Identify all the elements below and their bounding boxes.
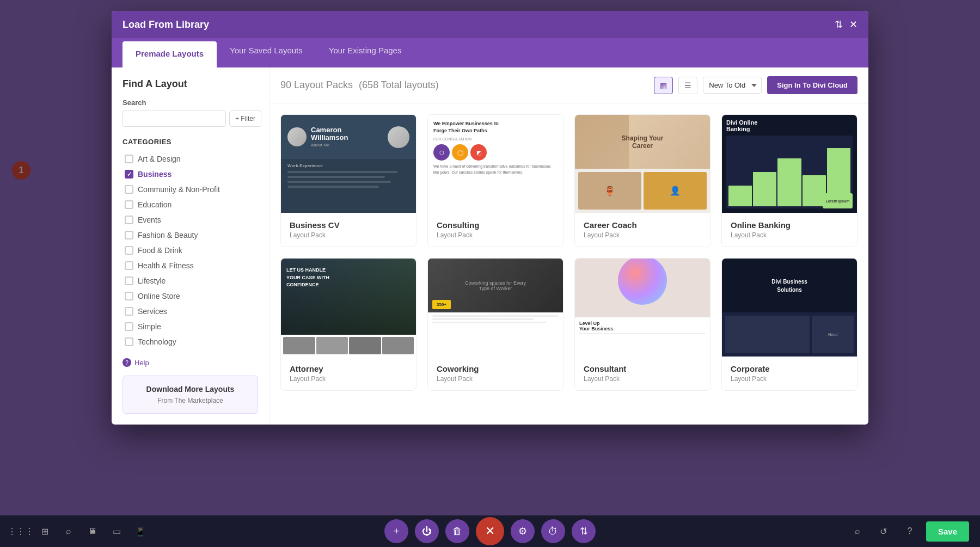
card-info-career-coach: Career Coach Layout Pack	[575, 213, 710, 247]
layout-card-corporate[interactable]: Divi BusinessSolutions About Corporate L…	[721, 258, 857, 391]
toolbar-grid-button[interactable]: ⊞	[35, 521, 54, 541]
card-type-online-banking: Layout Pack	[731, 231, 848, 239]
modal-close-button[interactable]: ✕	[849, 19, 857, 30]
card-name-online-banking: Online Banking	[731, 220, 848, 230]
save-button[interactable]: Save	[926, 521, 969, 542]
layout-card-career-coach[interactable]: Shaping YourCareer 🏺 👤 Career Coach Layo…	[574, 114, 710, 247]
card-info-consulting: Consulting Layout Pack	[428, 213, 563, 247]
category-item-business[interactable]: ✓Business	[122, 167, 258, 182]
toolbar-trash-button[interactable]: 🗑	[445, 519, 469, 543]
tab-saved-layouts[interactable]: Your Saved Layouts	[217, 38, 316, 67]
toolbar-add-button[interactable]: +	[384, 519, 408, 543]
category-checkbox-events	[125, 216, 133, 224]
card-image-career-coach: Shaping YourCareer 🏺 👤	[575, 115, 710, 213]
categories-title: Categories	[122, 138, 258, 146]
category-item-food[interactable]: Food & Drink	[122, 243, 258, 258]
category-checkbox-fashion	[125, 231, 133, 239]
help-icon: ?	[122, 358, 131, 367]
layout-card-attorney[interactable]: LET US HANDLEYOUR CASE WITHCONFIDENCE At…	[280, 258, 416, 391]
toolbar-settings-button[interactable]: ⚙	[511, 519, 535, 543]
bottom-toolbar-right: ⌕ ↺ ? Save	[848, 521, 969, 542]
main-content: 90 Layout Packs (658 Total layouts) ▦ ☰ …	[270, 67, 868, 425]
toolbar-refresh-button[interactable]: ↺	[874, 521, 893, 541]
category-checkbox-lifestyle	[125, 276, 133, 285]
category-checkbox-services	[125, 307, 133, 316]
toolbar-mobile-button[interactable]: 📱	[131, 521, 150, 541]
category-item-online-store[interactable]: Online Store	[122, 288, 258, 304]
layout-card-consultant[interactable]: Level UpYour Business Consultant Layout …	[574, 258, 710, 391]
modal-overlay: Load From Library ⇅ ✕ Premade Layouts Yo…	[0, 0, 980, 515]
toolbar-close-button[interactable]: ✕	[476, 517, 504, 545]
view-list-button[interactable]: ☰	[678, 77, 697, 94]
tab-premade-layouts[interactable]: Premade Layouts	[122, 41, 217, 67]
categories-list: Art & Design✓BusinessCommunity & Non-Pro…	[122, 151, 258, 349]
category-item-technology[interactable]: Technology	[122, 334, 258, 349]
card-type-consultant: Layout Pack	[584, 375, 701, 383]
help-link[interactable]: ? Help	[122, 358, 258, 367]
card-name-coworking: Coworking	[437, 364, 554, 373]
category-checkbox-technology	[125, 337, 133, 346]
category-item-education[interactable]: Education	[122, 197, 258, 212]
sign-in-divi-cloud-button[interactable]: Sign In To Divi Cloud	[767, 76, 857, 94]
modal-sort-icon[interactable]: ⇅	[835, 19, 843, 30]
download-sub: From The Marketplace	[132, 397, 249, 404]
layout-card-biz-cv[interactable]: CameronWilliamson About Me Work Experien…	[280, 114, 416, 247]
category-item-community[interactable]: Community & Non-Profit	[122, 182, 258, 197]
card-image-biz-cv: CameronWilliamson About Me Work Experien…	[281, 115, 416, 213]
category-item-services[interactable]: Services	[122, 304, 258, 319]
bottom-toolbar-left: ⋮⋮⋮ ⊞ ⌕ 🖥 ▭ 📱	[11, 521, 150, 541]
toolbar-right: ▦ ☰ New To Old Old To New A-Z Z-A Sign I…	[654, 76, 857, 94]
toolbar-power-button[interactable]: ⏻	[415, 519, 439, 543]
card-name-corporate: Corporate	[731, 364, 848, 373]
toolbar-help-button[interactable]: ?	[900, 521, 920, 541]
modal-header: Load From Library ⇅ ✕	[112, 11, 868, 38]
category-item-lifestyle[interactable]: Lifestyle	[122, 273, 258, 288]
main-toolbar: 90 Layout Packs (658 Total layouts) ▦ ☰ …	[270, 67, 868, 103]
view-grid-button[interactable]: ▦	[654, 77, 673, 94]
card-info-attorney: Attorney Layout Pack	[281, 357, 416, 390]
layout-card-coworking[interactable]: Coworking spaces for EveryType of Worker…	[427, 258, 564, 391]
card-name-biz-cv: Business CV	[290, 220, 407, 230]
card-type-biz-cv: Layout Pack	[290, 231, 407, 239]
toolbar-search-button[interactable]: ⌕	[59, 521, 78, 541]
card-info-biz-cv: Business CV Layout Pack	[281, 213, 416, 247]
toolbar-tablet-button[interactable]: ▭	[107, 521, 126, 541]
search-label: Search	[122, 99, 258, 107]
toolbar-history-button[interactable]: ⏱	[541, 519, 565, 543]
card-name-attorney: Attorney	[290, 364, 407, 373]
toolbar-zoom-button[interactable]: ⌕	[848, 521, 867, 541]
modal-title: Load From Library	[122, 19, 209, 30]
sidebar: Find A Layout Search + Filter Categories…	[112, 67, 270, 425]
card-info-online-banking: Online Banking Layout Pack	[722, 213, 857, 247]
category-item-health[interactable]: Health & Fitness	[122, 258, 258, 273]
card-type-attorney: Layout Pack	[290, 375, 407, 383]
modal-tabs: Premade Layouts Your Saved Layouts Your …	[112, 38, 868, 67]
card-image-coworking: Coworking spaces for EveryType of Worker…	[428, 259, 563, 357]
category-item-events[interactable]: Events	[122, 212, 258, 228]
card-name-career-coach: Career Coach	[584, 220, 701, 230]
download-title: Download More Layouts	[132, 385, 249, 394]
category-item-fashion[interactable]: Fashion & Beauty	[122, 228, 258, 243]
layout-grid-area: CameronWilliamson About Me Work Experien…	[270, 103, 868, 425]
search-input[interactable]	[122, 110, 226, 127]
layout-card-consulting[interactable]: We Empower Businesses toForge Their Own …	[427, 114, 564, 247]
tab-existing-pages[interactable]: Your Existing Pages	[316, 38, 415, 67]
sidebar-title: Find A Layout	[122, 78, 258, 90]
category-item-simple[interactable]: Simple	[122, 319, 258, 334]
layout-card-online-banking[interactable]: Divi OnlineBanking Lorem Ipsum Online Ba…	[721, 114, 857, 247]
category-item-art[interactable]: Art & Design	[122, 151, 258, 167]
card-name-consulting: Consulting	[437, 220, 554, 230]
card-name-consultant: Consultant	[584, 364, 701, 373]
toolbar-sort-button[interactable]: ⇅	[572, 519, 596, 543]
modal-body: Find A Layout Search + Filter Categories…	[112, 67, 868, 425]
category-checkbox-health	[125, 261, 133, 270]
filter-button[interactable]: + Filter	[229, 110, 261, 127]
toolbar-desktop-button[interactable]: 🖥	[83, 521, 102, 541]
bottom-toolbar-center: + ⏻ 🗑 ✕ ⚙ ⏱ ⇅	[384, 517, 596, 545]
card-type-corporate: Layout Pack	[731, 375, 848, 383]
card-type-career-coach: Layout Pack	[584, 231, 701, 239]
sort-select[interactable]: New To Old Old To New A-Z Z-A	[703, 77, 762, 94]
toolbar-menu-button[interactable]: ⋮⋮⋮	[11, 521, 30, 541]
category-checkbox-education	[125, 200, 133, 209]
modal-header-actions: ⇅ ✕	[835, 19, 857, 30]
